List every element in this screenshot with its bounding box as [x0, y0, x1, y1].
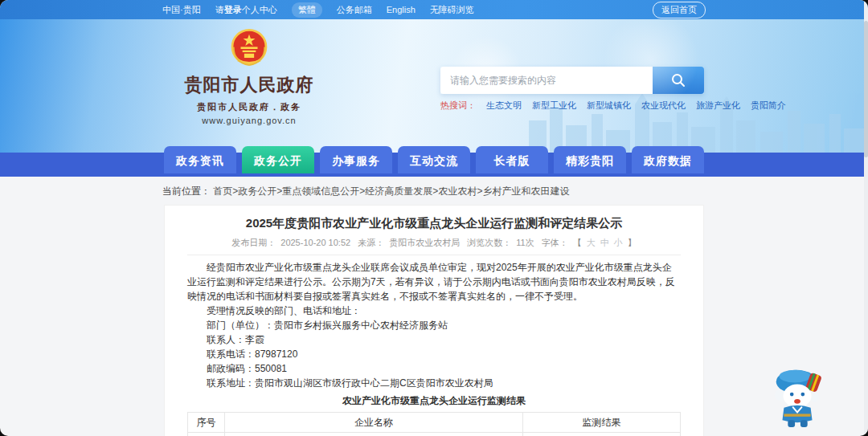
paragraph-phone: 联系电话：87987120	[187, 347, 681, 361]
login-prefix: 请	[215, 5, 224, 14]
nav-tab-zhengfu-shuju[interactable]: 政府数据	[632, 146, 704, 173]
site-title: 贵阳市人民政府	[183, 73, 315, 97]
paragraph-address: 联系地址：贵阳市观山湖区市级行政中心二期C区贵阳市农业农村局	[187, 376, 681, 390]
cell-index: 1	[188, 433, 225, 436]
login-bold: 登录	[224, 5, 242, 14]
hot-link-4[interactable]: 旅游产业化	[696, 100, 740, 112]
table-header-row: 序号 企业名称 监测结果	[188, 413, 681, 433]
main-navigation: 政务资讯 政务公开 办事服务 互动交流 长者版 精彩贵阳 政府数据	[0, 153, 868, 177]
mascot-widget[interactable]	[767, 363, 829, 432]
search-button[interactable]	[653, 67, 704, 94]
search-input[interactable]	[440, 67, 653, 94]
link-accessibility[interactable]: 无障碍浏览	[430, 4, 474, 16]
link-traditional-chinese[interactable]: 繁體	[292, 2, 322, 18]
paragraph-postcode: 邮政编码：550081	[187, 361, 681, 376]
paragraph-announcement: 经贵阳市农业产业化市级重点龙头企业联席会议成员单位审定，现对2025年开展的农业…	[187, 260, 681, 304]
breadcrumb-label: 当前位置：	[162, 185, 211, 197]
search-area: 热搜词： 生态文明 新型工业化 新型城镇化 农业现代化 旅游产业化 贵阳简介	[440, 67, 704, 112]
scrollbar-thumb[interactable]	[864, 21, 868, 157]
article-title: 2025年度贵阳市农业产业化市级重点龙头企业运行监测和评定结果公示	[187, 215, 681, 231]
scrollbar-track[interactable]	[864, 0, 868, 436]
breadcrumb-path[interactable]: 首页>政务公开>重点领域信息公开>经济高质量发展>农业农村>乡村产业和农田建设	[213, 185, 569, 197]
site-banner: 贵阳市人民政府 贵阳市人民政府．政务 www.guiyang.gov.cn 热搜…	[0, 19, 868, 153]
source-value: 贵阳市农业农村局	[389, 238, 460, 247]
hot-link-0[interactable]: 生态文明	[486, 100, 522, 112]
link-china-guiyang[interactable]: 中国·贵阳	[162, 4, 201, 16]
bracket-close: 】	[628, 238, 637, 247]
return-home-button[interactable]: 返回首页	[653, 2, 706, 18]
nav-tab-banshi-fuwu[interactable]: 办事服务	[320, 146, 392, 173]
breadcrumb: 当前位置： 首页>政务公开>重点领域信息公开>经济高质量发展>农业农村>乡村产业…	[162, 177, 706, 205]
bracket-open: 【	[573, 238, 582, 247]
top-utility-bar: 中国·贵阳 请登录个人中心 繁體 公务邮箱 English 无障碍浏览 返回首页	[0, 0, 868, 19]
hot-search-row: 热搜词： 生态文明 新型工业化 新型城镇化 农业现代化 旅游产业化 贵阳简介	[440, 100, 704, 112]
article-card: 2025年度贵阳市农业产业化市级重点龙头企业运行监测和评定结果公示 发布日期：2…	[164, 205, 704, 436]
browser-page: 中国·贵阳 请登录个人中心 繁體 公务邮箱 English 无障碍浏览 返回首页	[0, 0, 868, 436]
table-row: 1 贵州合力超市采购有限公司 合格	[188, 433, 681, 436]
views-label: 浏览次数：	[467, 238, 511, 247]
hot-link-3[interactable]: 农业现代化	[641, 100, 686, 112]
article-meta: 发布日期：2025-10-20 10:52 来源：贵阳市农业农村局 浏览次数：1…	[187, 237, 681, 255]
site-subtitle: 贵阳市人民政府．政务	[183, 101, 315, 113]
publish-date-label: 发布日期：	[231, 238, 276, 247]
header-cell-company: 企业名称	[224, 413, 522, 433]
views-value: 11次	[516, 238, 534, 247]
nav-tab-zhangzheban[interactable]: 长者版	[476, 146, 548, 173]
source-label: 来源：	[358, 238, 384, 247]
nav-tab-zhengwu-zixun[interactable]: 政务资讯	[164, 146, 236, 173]
font-size-small-button[interactable]: 小	[614, 238, 623, 247]
header-cell-result: 监测结果	[522, 413, 680, 433]
hot-search-label: 热搜词：	[440, 100, 476, 112]
nav-tab-jingcai-guiyang[interactable]: 精彩贵阳	[554, 146, 626, 173]
monitor-results-table: 序号 企业名称 监测结果 1 贵州合力超市采购有限公司 合格 2 贵州友禾种业有…	[187, 412, 681, 436]
hot-link-5[interactable]: 贵阳简介	[751, 100, 786, 112]
font-size-large-button[interactable]: 大	[587, 238, 596, 247]
font-size-label: 字体：	[542, 238, 568, 247]
paragraph-contact-intro: 受理情况反映的部门、电话和地址：	[187, 304, 681, 318]
font-size-medium-button[interactable]: 中	[600, 238, 609, 247]
national-emblem-icon	[227, 26, 272, 72]
nav-tab-hudong-jiaoliu[interactable]: 互动交流	[398, 146, 470, 173]
cell-company: 贵州合力超市采购有限公司	[224, 433, 522, 436]
publish-date: 2025-10-20 10:52	[280, 238, 350, 247]
link-official-mail[interactable]: 公务邮箱	[337, 4, 372, 16]
search-icon	[670, 72, 686, 88]
mascot-character-icon	[767, 363, 829, 429]
nav-tab-zhengwu-gongkai[interactable]: 政务公开	[242, 146, 314, 173]
table-caption: 农业产业化市级重点龙头企业运行监测结果	[187, 394, 681, 408]
hot-link-1[interactable]: 新型工业化	[532, 100, 576, 112]
hot-link-2[interactable]: 新型城镇化	[587, 100, 631, 112]
cell-result: 合格	[522, 433, 680, 436]
site-url: www.guiyang.gov.cn	[183, 116, 315, 125]
link-english[interactable]: English	[387, 5, 416, 14]
article-body: 经贵阳市农业产业化市级重点龙头企业联席会议成员单位审定，现对2025年开展的农业…	[187, 260, 681, 390]
link-login-personal-center[interactable]: 请登录个人中心	[215, 4, 277, 16]
paragraph-department: 部门（单位）：贵阳市乡村振兴服务中心农村经济服务站	[187, 318, 681, 332]
header-cell-index: 序号	[188, 413, 225, 433]
site-logo[interactable]: 贵阳市人民政府 贵阳市人民政府．政务 www.guiyang.gov.cn	[183, 26, 315, 125]
paragraph-contact-person: 联系人：李霞	[187, 332, 681, 347]
login-suffix: 个人中心	[242, 5, 277, 14]
